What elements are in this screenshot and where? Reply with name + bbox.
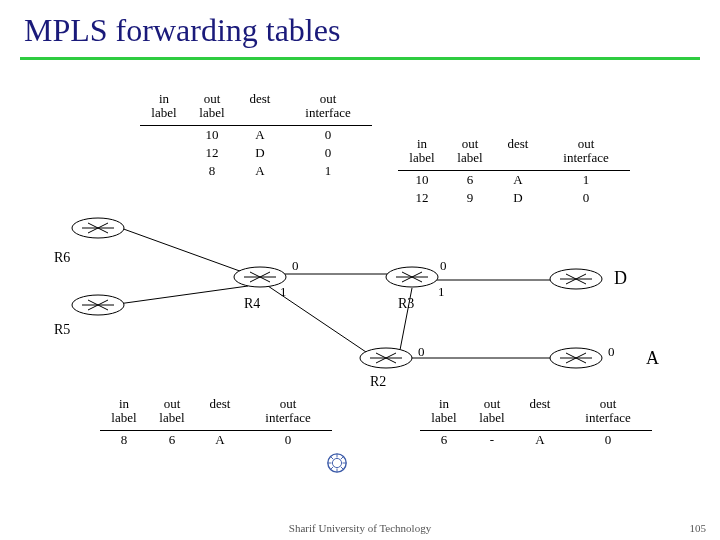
router-d-icon <box>548 266 604 292</box>
footer-text: Sharif University of Technology <box>0 522 720 534</box>
cell: 0 <box>564 431 652 449</box>
cell: 0 <box>542 189 630 207</box>
cell: 9 <box>446 189 494 207</box>
col-dest: dest <box>516 395 564 428</box>
router-label-r6: R6 <box>54 250 70 266</box>
col-in-label: inlabel <box>420 395 468 428</box>
page-title: MPLS forwarding tables <box>0 0 720 57</box>
cell: 12 <box>188 144 236 162</box>
router-label-r3: R3 <box>398 296 414 312</box>
router-label-r5: R5 <box>54 322 70 338</box>
cell: 1 <box>542 171 630 189</box>
router-a-icon <box>548 345 604 371</box>
dest-label-a: A <box>646 348 659 369</box>
col-dest: dest <box>196 395 244 428</box>
col-in-label: inlabel <box>398 135 446 168</box>
col-dest: dest <box>494 135 542 168</box>
cell <box>140 126 188 144</box>
diagram-stage: inlabel outlabel dest outinterface 10 A … <box>0 60 720 520</box>
cell <box>140 144 188 162</box>
cell: A <box>236 126 284 144</box>
port-r4-0: 0 <box>292 258 299 274</box>
col-out-label: outlabel <box>148 395 196 428</box>
router-r6-icon <box>70 215 126 241</box>
port-r2-0: 0 <box>418 344 425 360</box>
col-out-label: outlabel <box>188 90 236 123</box>
router-label-r2: R2 <box>370 374 386 390</box>
dest-label-d: D <box>614 268 627 289</box>
router-label-r4: R4 <box>244 296 260 312</box>
cell: 6 <box>420 431 468 449</box>
cell: A <box>494 171 542 189</box>
svg-line-1 <box>118 286 248 304</box>
cell: 8 <box>100 431 148 449</box>
forwarding-table-r2: inlabel outlabel dest outinterface 6 - A… <box>420 395 652 449</box>
port-r3-1: 1 <box>438 284 445 300</box>
router-r3-icon <box>384 264 440 290</box>
cell: A <box>516 431 564 449</box>
col-out-if: outinterface <box>284 90 372 123</box>
page-number: 105 <box>690 522 707 534</box>
col-out-if: outinterface <box>564 395 652 428</box>
cell: A <box>196 431 244 449</box>
university-logo-icon <box>326 452 348 474</box>
col-in-label: inlabel <box>140 90 188 123</box>
cell: 1 <box>284 162 372 180</box>
cell: 10 <box>188 126 236 144</box>
col-out-label: outlabel <box>468 395 516 428</box>
col-in-label: inlabel <box>100 395 148 428</box>
cell: - <box>468 431 516 449</box>
port-a-0: 0 <box>608 344 615 360</box>
cell <box>140 162 188 180</box>
svg-point-36 <box>332 458 341 467</box>
cell: 0 <box>244 431 332 449</box>
col-out-label: outlabel <box>446 135 494 168</box>
forwarding-table-r3: inlabel outlabel dest outinterface 10 6 … <box>398 135 630 207</box>
cell: 12 <box>398 189 446 207</box>
svg-line-0 <box>118 227 248 274</box>
cell: 0 <box>284 144 372 162</box>
cell: 6 <box>148 431 196 449</box>
cell: 6 <box>446 171 494 189</box>
col-out-if: outinterface <box>244 395 332 428</box>
router-r2-icon <box>358 345 414 371</box>
col-dest: dest <box>236 90 284 123</box>
forwarding-table-r4: inlabel outlabel dest outinterface 8 6 A… <box>100 395 332 449</box>
cell: 0 <box>284 126 372 144</box>
forwarding-table-r6r5: inlabel outlabel dest outinterface 10 A … <box>140 90 372 180</box>
col-out-if: outinterface <box>542 135 630 168</box>
cell: A <box>236 162 284 180</box>
cell: D <box>494 189 542 207</box>
cell: 8 <box>188 162 236 180</box>
port-r3-0: 0 <box>440 258 447 274</box>
port-r4-1: 1 <box>280 284 287 300</box>
router-r5-icon <box>70 292 126 318</box>
cell: D <box>236 144 284 162</box>
cell: 10 <box>398 171 446 189</box>
